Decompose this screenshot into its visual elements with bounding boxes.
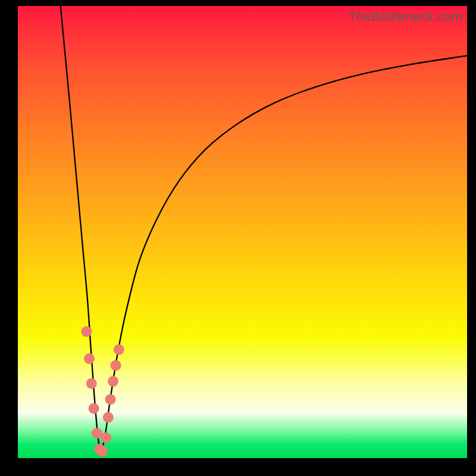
data-marker bbox=[84, 353, 95, 364]
data-marker bbox=[111, 360, 121, 371]
watermark-text: TheBottleneck.com bbox=[348, 9, 462, 24]
data-marker bbox=[82, 326, 92, 337]
data-marker bbox=[97, 446, 108, 457]
chart-frame: TheBottleneck.com bbox=[0, 0, 476, 476]
data-marker bbox=[105, 394, 116, 405]
chart-svg bbox=[18, 6, 467, 458]
curve-right-branch bbox=[101, 56, 467, 456]
data-marker bbox=[101, 433, 111, 443]
data-marker bbox=[108, 376, 118, 387]
curve-layer bbox=[61, 6, 467, 456]
data-marker bbox=[89, 403, 99, 414]
marker-layer bbox=[82, 326, 124, 456]
curve-left-branch bbox=[61, 6, 101, 456]
data-marker bbox=[114, 345, 124, 355]
plot-area: TheBottleneck.com bbox=[18, 6, 467, 458]
data-marker bbox=[103, 412, 114, 423]
data-marker bbox=[86, 378, 97, 389]
